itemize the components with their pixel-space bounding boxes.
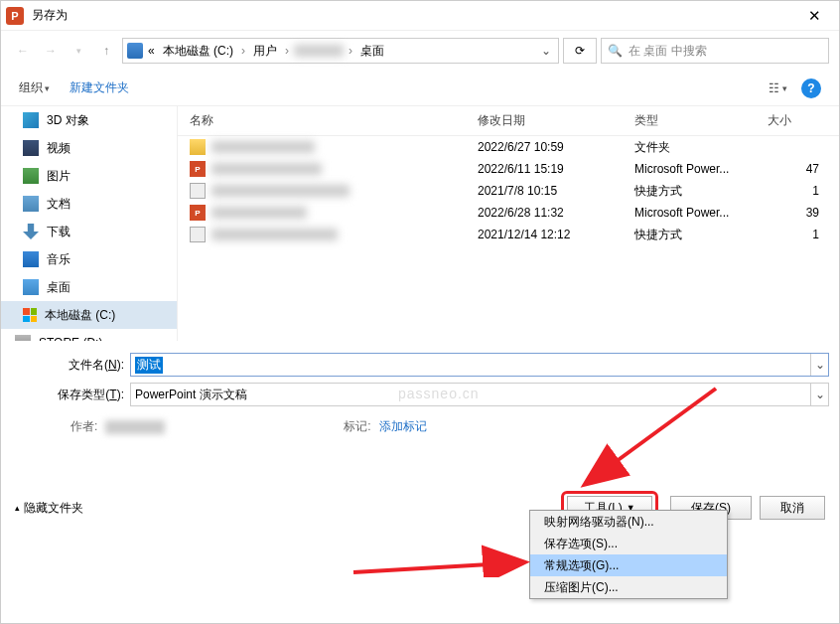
sidebar-item-label: 文档 [47, 196, 70, 213]
file-date: 2021/7/8 10:15 [478, 184, 634, 198]
col-name[interactable]: 名称 [190, 112, 478, 129]
breadcrumb-part[interactable]: 桌面 [357, 43, 387, 60]
breadcrumb-prefix: « [145, 44, 158, 58]
filetype-value: PowerPoint 演示文稿 [135, 387, 247, 403]
icn-doc-icon [23, 196, 39, 212]
cancel-button[interactable]: 取消 [760, 496, 825, 520]
nav-dropdown-icon[interactable]: ▾ [67, 39, 90, 63]
menu-item[interactable]: 常规选项(G)... [530, 554, 727, 576]
breadcrumb-sep: › [282, 44, 292, 58]
file-size: 1 [768, 184, 839, 198]
file-type: 文件夹 [634, 139, 768, 156]
col-date[interactable]: 修改日期 [478, 112, 634, 129]
author-value-blurred [105, 420, 165, 434]
file-date: 2021/12/14 12:12 [478, 228, 634, 241]
sidebar-item[interactable]: 图片 [1, 162, 177, 190]
file-row[interactable]: P2022/6/11 15:19Microsoft Power...47 [178, 158, 839, 180]
sidebar-item[interactable]: 3D 对象 [1, 106, 177, 134]
tag-label: 标记: [344, 418, 370, 435]
sidebar-item[interactable]: 本地磁盘 (C:) [1, 301, 177, 329]
file-size: 39 [768, 206, 839, 220]
filename-input[interactable]: 测试 ⌄ [130, 353, 829, 377]
breadcrumb-sep: › [238, 44, 248, 58]
address-dropdown-icon[interactable]: ⌄ [538, 44, 554, 58]
search-icon: 🔍 [608, 44, 623, 58]
view-options-button[interactable]: ☷ ▾ [769, 81, 787, 95]
icn-dl-icon [23, 224, 39, 239]
file-icon [190, 227, 206, 242]
refresh-button[interactable]: ⟳ [563, 38, 597, 64]
file-icon [190, 183, 206, 199]
menu-item[interactable]: 映射网络驱动器(N)... [530, 511, 727, 533]
file-name-blurred [211, 207, 307, 219]
file-header: 名称 修改日期 类型 大小 [178, 106, 839, 136]
breadcrumb-blurred [294, 45, 344, 57]
icn-3d-icon [23, 112, 39, 128]
sidebar-item-label: 视频 [47, 140, 70, 157]
file-row[interactable]: 2021/12/14 12:12快捷方式1 [178, 224, 839, 245]
sidebar-item[interactable]: 桌面 [1, 273, 177, 301]
pc-icon [127, 43, 143, 59]
sidebar-item[interactable]: STORE (D:) [1, 329, 177, 341]
sidebar-item[interactable]: 音乐 [1, 245, 177, 273]
menu-item[interactable]: 压缩图片(C)... [530, 576, 727, 598]
file-date: 2022/6/27 10:59 [478, 140, 634, 154]
author-label: 作者: [70, 418, 97, 435]
close-button[interactable]: ✕ [794, 7, 834, 25]
filetype-select[interactable]: PowerPoint 演示文稿 ⌄ [130, 383, 829, 406]
svg-line-1 [353, 562, 522, 572]
file-name-blurred [211, 163, 322, 175]
filename-dropdown-icon[interactable]: ⌄ [810, 354, 828, 376]
filename-label: 文件名(N): [11, 357, 130, 374]
file-size: 1 [768, 228, 839, 241]
hide-folders-button[interactable]: ▴ 隐藏文件夹 [15, 500, 83, 517]
file-row[interactable]: P2022/6/28 11:32Microsoft Power...39 [178, 202, 839, 224]
search-placeholder: 在 桌面 中搜索 [629, 43, 707, 60]
file-name-blurred [211, 141, 315, 153]
icn-mus-icon [23, 251, 39, 267]
file-type: 快捷方式 [634, 227, 768, 243]
col-type[interactable]: 类型 [634, 112, 768, 129]
tag-value[interactable]: 添加标记 [379, 418, 427, 435]
search-input[interactable]: 🔍 在 桌面 中搜索 [601, 38, 829, 64]
app-icon: P [6, 7, 24, 25]
tools-menu: 映射网络驱动器(N)...保存选项(S)...常规选项(G)...压缩图片(C)… [529, 510, 728, 599]
new-folder-button[interactable]: 新建文件夹 [70, 79, 129, 96]
file-icon: P [190, 161, 206, 177]
help-icon[interactable]: ? [801, 78, 821, 98]
organize-button[interactable]: 组织▾ [19, 79, 50, 96]
col-size[interactable]: 大小 [768, 112, 839, 129]
sidebar-item[interactable]: 下载 [1, 218, 177, 245]
sidebar-item-label: 本地磁盘 (C:) [45, 307, 115, 324]
sidebar-item-label: 3D 对象 [47, 112, 89, 129]
sidebar-item-label: 桌面 [47, 279, 70, 296]
icn-vid-icon [23, 140, 39, 156]
breadcrumb-part[interactable]: 本地磁盘 (C:) [160, 43, 236, 60]
file-type: Microsoft Power... [634, 206, 768, 220]
watermark: passneo.cn [398, 386, 480, 401]
sidebar-item-label: 图片 [47, 168, 70, 185]
sidebar-item-label: 音乐 [47, 251, 70, 268]
sidebar-item[interactable]: 文档 [1, 190, 177, 218]
menu-item[interactable]: 保存选项(S)... [530, 533, 727, 554]
filetype-dropdown-icon[interactable]: ⌄ [810, 384, 828, 405]
nav-up-icon[interactable]: ↑ [94, 39, 118, 63]
file-icon [190, 139, 206, 155]
file-row[interactable]: 2022/6/27 10:59文件夹 [178, 136, 839, 158]
sidebar-item-label: STORE (D:) [39, 336, 102, 341]
icn-drv-icon [15, 335, 31, 341]
nav-back-icon[interactable]: ← [11, 39, 35, 63]
file-date: 2022/6/28 11:32 [478, 206, 634, 220]
icn-win-icon [23, 308, 37, 322]
sidebar-item[interactable]: 视频 [1, 134, 177, 162]
window-title: 另存为 [32, 7, 794, 24]
breadcrumb-part[interactable]: 用户 [250, 43, 280, 60]
file-row[interactable]: 2021/7/8 10:15快捷方式1 [178, 180, 839, 202]
triangle-icon: ▴ [15, 503, 20, 513]
file-pane: 名称 修改日期 类型 大小 2022/6/27 10:59文件夹P2022/6/… [178, 106, 839, 341]
nav-forward-icon[interactable]: → [39, 39, 63, 63]
file-type: 快捷方式 [634, 183, 768, 200]
file-type: Microsoft Power... [634, 162, 768, 176]
icn-pic-icon [23, 168, 39, 184]
address-bar[interactable]: « 本地磁盘 (C:) › 用户 › › 桌面 ⌄ [122, 38, 559, 64]
